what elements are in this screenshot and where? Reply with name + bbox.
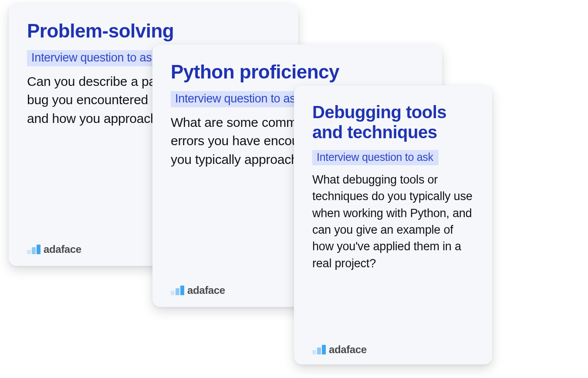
adaface-bars-icon: [171, 286, 184, 295]
brand-logo: adaface: [312, 344, 367, 356]
brand-logo: adaface: [171, 284, 225, 296]
card-stack: Problem-solving Interview question to as…: [0, 0, 588, 378]
interview-question-badge: Interview question to ask: [171, 91, 307, 107]
question-body: What debugging tools or techniques do yo…: [312, 171, 474, 272]
card-title: Python proficiency: [171, 61, 424, 83]
brand-name: adaface: [44, 243, 81, 255]
adaface-bars-icon: [312, 345, 326, 354]
interview-question-badge: Interview question to ask: [312, 150, 439, 165]
adaface-bars-icon: [27, 245, 41, 254]
interview-question-badge: Interview question to ask: [27, 50, 163, 66]
card-title: Problem-solving: [27, 20, 280, 42]
card-title: Debugging tools and techniques: [312, 102, 474, 142]
brand-name: adaface: [187, 284, 225, 296]
brand-logo: adaface: [27, 243, 81, 255]
question-card-debugging-tools: Debugging tools and techniques Interview…: [294, 85, 492, 364]
brand-name: adaface: [329, 344, 367, 356]
